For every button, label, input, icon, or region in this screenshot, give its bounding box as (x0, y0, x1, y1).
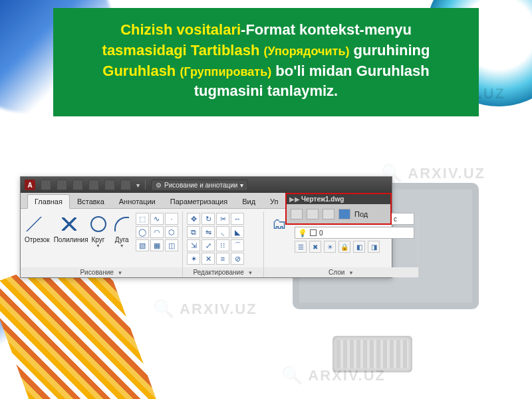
tool-trim[interactable]: ✂ (216, 213, 229, 225)
qat-customize-icon[interactable]: ▾ (136, 182, 140, 189)
panel-title-label: Слои (329, 269, 344, 276)
tool-chamfer[interactable]: ◣ (231, 226, 244, 238)
panel-title-label: Рисование (80, 269, 113, 276)
qat-save-button[interactable] (72, 180, 83, 190)
headline-span: guruhining (349, 42, 430, 59)
mini-draw-9[interactable]: ◫ (165, 239, 178, 251)
lightbulb-icon: 💡 (298, 229, 307, 237)
arc-icon (114, 217, 129, 231)
doc-action-2-button[interactable] (307, 209, 319, 219)
watermark: 🔍 ARXIV.UZ (281, 365, 386, 386)
headline-span: -Format kontekst-menyu (241, 21, 412, 38)
panel-modify: ✥ ↻ ✂ ↔ ⧉ ⇋ ◟ ◣ ⇲ ⤢ ⁝⁝ ⌒ ✶ ✕ ≡ ⊘ (183, 211, 264, 277)
tool-scale[interactable]: ⤢ (201, 239, 215, 251)
layer-name-label: 0 (319, 229, 323, 237)
tab-truncated[interactable]: Уп (263, 194, 285, 208)
tool-line[interactable]: Отрезок (25, 213, 50, 243)
tool-polyline[interactable]: Полилиния (54, 213, 84, 243)
current-layer-dropdown[interactable]: 💡 0 (295, 227, 414, 239)
mini-draw-1[interactable]: ⬚ (136, 213, 149, 225)
tool-break[interactable]: ⊘ (231, 253, 244, 265)
line-icon (29, 217, 45, 231)
tab-view[interactable]: Вид (235, 194, 263, 208)
mini-draw-3[interactable]: · (165, 213, 178, 225)
layer-tool-3[interactable]: ☀ (324, 241, 336, 253)
search-icon: 🔍 (153, 299, 176, 319)
ribbon-tabs: Главная Вставка Аннотации Параметризация… (21, 193, 392, 209)
layer-tool-5[interactable]: ◧ (353, 241, 365, 253)
layer-color-swatch (310, 229, 317, 236)
titlebar: A ▾ ⚙ Рисование и аннотации ▾ (21, 177, 392, 193)
tool-move[interactable]: ✥ (187, 213, 200, 225)
layer-tool-4[interactable]: 🔒 (338, 241, 350, 253)
workspace-switcher[interactable]: ⚙ Рисование и аннотации ▾ (151, 180, 248, 191)
watermark: 🔍 ARXIV.UZ (153, 299, 257, 319)
doc-action-3-button[interactable] (323, 209, 334, 219)
panel-expand-icon[interactable]: ▼ (348, 270, 354, 276)
qat-new-button[interactable] (41, 180, 51, 190)
tool-array[interactable]: ⁝⁝ (216, 239, 229, 251)
layer-tool-6[interactable]: ◨ (368, 241, 380, 253)
workspace-label: Рисование и аннотации (164, 182, 237, 189)
tool-align[interactable]: ≡ (216, 253, 229, 265)
chevron-down-icon: ▼ (112, 243, 132, 248)
headline-span: tasmasidagi Tartiblash (102, 42, 264, 59)
headline-span: (Группировать) (180, 65, 271, 78)
truncated-button-label[interactable]: Под (354, 210, 368, 218)
qat-open-button[interactable] (57, 180, 67, 190)
tab-annotations[interactable]: Аннотации (112, 194, 163, 208)
layer-tool-1[interactable]: ☰ (295, 241, 307, 253)
headline-span: Chizish vositalari (120, 21, 241, 38)
tab-insert[interactable]: Вставка (70, 194, 112, 208)
chevron-down-icon: ▾ (240, 182, 243, 189)
tool-copy[interactable]: ⧉ (187, 226, 200, 238)
draw-mini-tools: ⬚ ∿ · ◯ ◠ ⬡ ▧ ▦ ◫ (136, 213, 178, 251)
search-icon: 🔍 (281, 365, 304, 386)
qat-undo-button[interactable] (88, 180, 99, 190)
panel-title-label: Редактирование (194, 269, 244, 276)
headline-span: Guruhlash (102, 63, 180, 79)
qat-print-button[interactable] (120, 180, 131, 190)
panel-expand-icon[interactable]: ▼ (248, 270, 253, 276)
app-menu-button[interactable]: A (25, 180, 35, 190)
modify-mini-tools: ✥ ↻ ✂ ↔ ⧉ ⇋ ◟ ◣ ⇲ ⤢ ⁝⁝ ⌒ ✶ ✕ ≡ ⊘ (187, 213, 244, 265)
layer-tool-2[interactable]: ✖ (309, 241, 321, 253)
document-name: Чертеж1.dwg (301, 196, 344, 203)
tool-arc[interactable]: Дуга ▼ (112, 213, 132, 248)
panel-drawing: Отрезок Полилиния Круг ▼ Дуга ▼ ⬚ (21, 211, 183, 277)
qat-redo-button[interactable] (104, 180, 115, 190)
tool-explode[interactable]: ✶ (187, 253, 200, 265)
watermark: 🔍 ARXIV.UZ (381, 163, 485, 184)
tool-mirror[interactable]: ⇋ (201, 226, 215, 238)
tool-erase[interactable]: ✕ (201, 253, 215, 265)
tool-extend[interactable]: ↔ (231, 213, 244, 225)
circle-icon (90, 216, 106, 232)
doc-action-4-button[interactable] (338, 209, 350, 219)
mini-draw-7[interactable]: ▧ (136, 239, 149, 251)
autocad-ribbon-screenshot: A ▾ ⚙ Рисование и аннотации ▾ Главная Вс… (20, 176, 392, 278)
tab-parametrization[interactable]: Параметризация (163, 194, 235, 208)
tool-fillet[interactable]: ◟ (216, 226, 229, 238)
doc-action-1-button[interactable] (291, 209, 303, 219)
gear-icon: ⚙ (156, 182, 162, 189)
tab-main[interactable]: Главная (27, 194, 70, 209)
highlighted-document-tab-area: ▶▶ Чертеж1.dwg Под (285, 193, 392, 225)
play-icon: ▶▶ (289, 196, 300, 203)
mini-draw-8[interactable]: ▦ (150, 239, 164, 251)
separator (145, 180, 146, 190)
mini-draw-4[interactable]: ◯ (136, 226, 149, 238)
headline-span: (Упорядочить) (263, 45, 349, 58)
tool-stretch[interactable]: ⇲ (187, 239, 200, 251)
panel-expand-icon[interactable]: ▼ (118, 270, 123, 276)
tool-rotate[interactable]: ↻ (201, 213, 215, 225)
tool-offset[interactable]: ⌒ (231, 239, 244, 251)
tool-circle[interactable]: Круг ▼ (88, 213, 108, 248)
mini-draw-5[interactable]: ◠ (150, 226, 164, 238)
polyline-icon (62, 217, 76, 231)
headline-box: Chizish vositalari-Format kontekst-menyu… (53, 8, 479, 116)
mini-draw-6[interactable]: ⬡ (165, 226, 178, 238)
mini-draw-2[interactable]: ∿ (150, 213, 164, 225)
chevron-down-icon: ▼ (88, 243, 108, 248)
